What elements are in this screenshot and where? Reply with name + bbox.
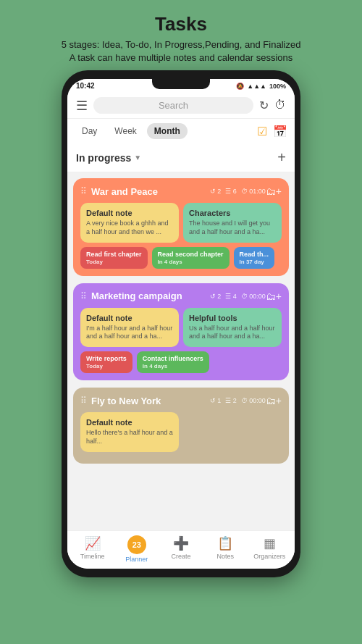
task-repeat-count: ↺ 2	[210, 293, 222, 300]
checkmark-icon[interactable]: ☑	[257, 125, 267, 138]
tab-month[interactable]: Month	[147, 123, 188, 139]
task-title: Fly to New York	[91, 396, 210, 406]
note-text: Us a half hour and a half hour and a hal…	[189, 325, 276, 341]
app-toolbar: ☰ Search ↻ ⏱	[67, 93, 295, 119]
section-header: In progress ▼ +	[67, 143, 295, 172]
task-add-button[interactable]: +	[276, 290, 282, 302]
note-text: Hello there's a half hour and a half...	[86, 429, 173, 446]
drag-handle-icon: ⠿	[80, 396, 87, 406]
page-subtitle: 5 stages: Idea, To-do, In Progress,Pendi…	[62, 38, 301, 64]
search-placeholder: Search	[159, 100, 188, 111]
nav-notes[interactable]: 📋 Notes	[208, 535, 243, 563]
tab-day[interactable]: Day	[75, 123, 104, 139]
page-header: Tasks 5 stages: Idea, To-do, In Progress…	[47, 0, 316, 70]
search-bar[interactable]: Search	[93, 97, 253, 114]
nav-timeline[interactable]: 📈 Timeline	[75, 535, 110, 563]
task-note-count: ☰ 6	[225, 188, 237, 195]
note-card-default[interactable]: Default note Hello there's a half hour a…	[80, 412, 179, 451]
section-title: In progress ▼	[76, 152, 141, 164]
note-title: Default note	[86, 314, 173, 322]
note-card-default[interactable]: Default note I'm a half hour and a half …	[80, 308, 179, 347]
timeline-icon: 📈	[85, 535, 101, 551]
task-header: ⠿ War and Peace ↺ 2 ☰ 6 ⏱ 01:00 🗂 +	[80, 185, 282, 197]
nav-label-notes: Notes	[216, 553, 234, 560]
nav-label-organizers: Organizers	[253, 553, 285, 560]
task-card-war-and-peace: ⠿ War and Peace ↺ 2 ☰ 6 ⏱ 01:00 🗂 + Defa…	[73, 178, 289, 275]
mute-icon: 🔕	[236, 83, 244, 90]
organizers-icon: ▦	[264, 535, 276, 551]
task-title: War and Peace	[91, 186, 210, 197]
planner-icon: 23	[127, 535, 146, 554]
bottom-nav: 📈 Timeline 23 Planner ➕ Create 📋 Notes ▦…	[67, 530, 295, 569]
task-add-button[interactable]: +	[276, 395, 282, 406]
refresh-icon[interactable]: ↻	[259, 99, 269, 112]
battery-level: 100%	[269, 83, 286, 90]
note-text: A very nice book a ghhh and a half hour …	[86, 219, 173, 236]
notes-grid: Default note Hello there's a half hour a…	[80, 412, 282, 451]
notes-icon: 📋	[217, 535, 233, 551]
session-tag-read-second[interactable]: Read second chapter In 4 days	[152, 247, 230, 269]
task-title: Marketing campaign	[91, 290, 210, 301]
status-right: 🔕 ▲▲▲ 100%	[236, 83, 286, 90]
session-tags: Write reports Today Contact influencers …	[80, 351, 282, 373]
nav-create[interactable]: ➕ Create	[164, 535, 198, 563]
notes-grid: Default note I'm a half hour and a half …	[80, 308, 282, 347]
add-task-button[interactable]: +	[277, 149, 286, 166]
task-briefcase-icon[interactable]: 🗂	[266, 395, 276, 406]
menu-icon[interactable]: ☰	[76, 98, 88, 114]
drag-handle-icon: ⠿	[80, 186, 87, 196]
nav-organizers[interactable]: ▦ Organizers	[252, 535, 287, 563]
session-tag-read-first[interactable]: Read first chapter Today	[80, 247, 148, 269]
nav-label-planner: Planner	[125, 556, 148, 563]
nav-label-timeline: Timeline	[80, 553, 105, 560]
note-card-default[interactable]: Default note A very nice book a ghhh and…	[80, 203, 179, 242]
signal-icon: ▲▲▲	[247, 83, 266, 90]
drag-handle-icon: ⠿	[80, 291, 87, 301]
note-card-characters[interactable]: Characters The house and I will get you …	[183, 203, 282, 242]
notes-grid: Default note A very nice book a ghhh and…	[80, 203, 282, 242]
session-tag-read-third[interactable]: Read th... In 37 day	[234, 247, 275, 269]
note-text: I'm a half hour and a half hour and a ha…	[86, 325, 173, 341]
task-time: ⏱ 00:00	[241, 397, 266, 404]
task-meta: ↺ 1 ☰ 2 ⏱ 00:00	[210, 397, 266, 404]
note-card-helpful[interactable]: Helpful tools Us a half hour and a half …	[183, 308, 282, 347]
task-time: ⏱ 00:00	[241, 293, 266, 300]
task-card-marketing: ⠿ Marketing campaign ↺ 2 ☰ 4 ⏱ 00:00 🗂 +…	[73, 283, 289, 380]
phone-screen: 10:42 🔕 ▲▲▲ 100% ☰ Search ↻ ⏱ Day	[67, 79, 295, 569]
session-tags: Read first chapter Today Read second cha…	[80, 247, 282, 269]
task-note-count: ☰ 2	[225, 397, 237, 404]
session-tag-write-reports[interactable]: Write reports Today	[80, 351, 132, 373]
phone-frame: 10:42 🔕 ▲▲▲ 100% ☰ Search ↻ ⏱ Day	[62, 70, 300, 577]
create-icon: ➕	[173, 535, 189, 551]
task-list: ⠿ War and Peace ↺ 2 ☰ 6 ⏱ 01:00 🗂 + Defa…	[67, 172, 295, 530]
nav-planner[interactable]: 23 Planner	[119, 535, 154, 563]
task-time: ⏱ 01:00	[241, 188, 266, 195]
phone-notch	[152, 79, 210, 89]
toolbar-icons: ↻ ⏱	[259, 99, 286, 112]
status-time: 10:42	[76, 82, 95, 90]
tab-week[interactable]: Week	[107, 123, 143, 139]
task-briefcase-icon[interactable]: 🗂	[266, 185, 276, 197]
task-meta: ↺ 2 ☰ 4 ⏱ 00:00	[210, 293, 266, 300]
note-title: Default note	[86, 209, 173, 217]
task-repeat-count: ↺ 2	[210, 188, 222, 195]
date-tab-icons: ☑ 📅	[257, 125, 287, 138]
task-briefcase-icon[interactable]: 🗂	[266, 290, 276, 302]
calendar-icon[interactable]: 📅	[273, 125, 287, 138]
note-title: Characters	[189, 209, 276, 217]
task-repeat-count: ↺ 1	[210, 397, 222, 404]
nav-label-create: Create	[171, 553, 190, 560]
date-tabs: Day Week Month ☑ 📅	[67, 119, 295, 143]
task-header: ⠿ Marketing campaign ↺ 2 ☰ 4 ⏱ 00:00 🗂 +	[80, 290, 282, 302]
page-title: Tasks	[62, 13, 301, 35]
note-text: The house and I will get you and a half …	[189, 219, 276, 236]
task-card-fly-new-york: ⠿ Fly to New York ↺ 1 ☰ 2 ⏱ 00:00 🗂 + De…	[73, 388, 289, 463]
task-meta: ↺ 2 ☰ 6 ⏱ 01:00	[210, 188, 266, 195]
note-title: Default note	[86, 418, 173, 427]
task-add-button[interactable]: +	[276, 185, 282, 197]
note-title: Helpful tools	[189, 314, 276, 322]
timer-icon[interactable]: ⏱	[274, 99, 286, 112]
session-tag-contact-influencers[interactable]: Contact influencers In 4 days	[137, 351, 209, 373]
task-header: ⠿ Fly to New York ↺ 1 ☰ 2 ⏱ 00:00 🗂 +	[80, 395, 282, 406]
task-note-count: ☰ 4	[225, 293, 237, 300]
